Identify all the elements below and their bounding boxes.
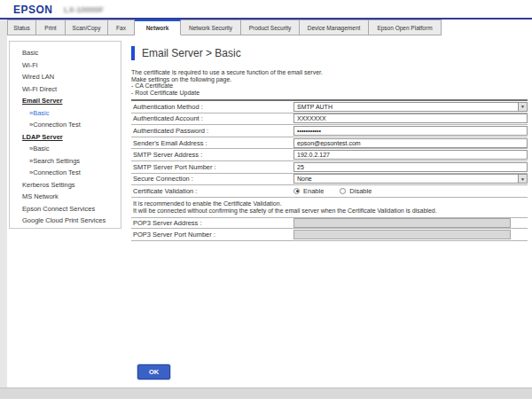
tab-device-management[interactable]: Device Management	[300, 20, 369, 35]
page-title-row: Email Server > Basic	[131, 46, 528, 60]
authenticated-account-input[interactable]	[293, 113, 528, 123]
form-row: Secure Connection : None ▼	[131, 174, 528, 186]
field-label: POP3 Server Port Number :	[131, 231, 293, 239]
certificate-validation-note: It is recommended to enable the Certific…	[131, 198, 528, 217]
pop3-form: POP3 Server Address : POP3 Server Port N…	[131, 217, 528, 241]
form-row: Authentication Method : SMTP AUTH ▼	[131, 101, 528, 113]
sidebar-item-epson-connect-services[interactable]: Epson Connect Services	[10, 203, 121, 215]
secure-connection-select[interactable]: None ▼	[293, 174, 528, 184]
note-line: It is recommended to enable the Certific…	[133, 200, 528, 207]
sidebar-group-email-server[interactable]: Email Server	[10, 95, 121, 107]
enable-radio-label: Enable	[303, 187, 324, 195]
sidebar-nav: Basic Wi-Fi Wired LAN Wi-Fi Direct Email…	[9, 41, 121, 229]
description-line: - Root Certificate Update	[131, 90, 528, 97]
field-label: Secure Connection :	[131, 175, 293, 183]
title-accent-bar	[131, 46, 135, 60]
pop3-server-address-input	[293, 218, 511, 228]
field-label: Authentication Method :	[131, 103, 293, 111]
smtp-server-address-input[interactable]	[293, 150, 528, 160]
field-label: POP3 Server Address :	[131, 219, 293, 227]
authenticated-password-input[interactable]	[293, 126, 528, 136]
description-line: The certificate is required to use a sec…	[131, 69, 528, 76]
header: EPSON LX-10000F	[0, 0, 532, 18]
sidebar-item-wired-lan[interactable]: Wired LAN	[10, 71, 121, 83]
top-tab-bar: Status Print Scan/Copy Fax Network Netwo…	[7, 20, 442, 35]
sidebar-item-kerberos-settings[interactable]: Kerberos Settings	[10, 179, 121, 192]
sidebar-item-ldap-search-settings[interactable]: »Search Settings	[10, 155, 121, 168]
form-row: SMTP Server Port Number :	[131, 161, 528, 174]
form-row: POP3 Server Address :	[131, 217, 528, 230]
field-label: SMTP Server Port Number :	[131, 163, 293, 171]
description-line: Make settings on the following page.	[131, 76, 528, 83]
sidebar-item-ldap-basic[interactable]: »Basic	[10, 143, 121, 155]
sidebar-item-ldap-connection-test[interactable]: »Connection Test	[10, 167, 121, 179]
tab-epson-open-platform[interactable]: Epson Open Platform	[369, 20, 442, 35]
authentication-method-select[interactable]: SMTP AUTH ▼	[293, 102, 528, 112]
field-label: Authenticated Password :	[131, 127, 293, 135]
tab-status[interactable]: Status	[7, 20, 36, 35]
left-gutter	[0, 20, 7, 387]
sidebar-item-email-server-connection-test[interactable]: »Connection Test	[10, 119, 121, 131]
disable-radio[interactable]	[340, 188, 346, 194]
footer-bar	[0, 387, 532, 399]
tab-network-security[interactable]: Network Security	[181, 20, 241, 35]
sidebar-item-google-cloud-print-services[interactable]: Google Cloud Print Services	[10, 215, 121, 227]
senders-email-address-input[interactable]	[293, 138, 528, 148]
tab-fax[interactable]: Fax	[108, 20, 135, 35]
form-row: POP3 Server Port Number :	[131, 229, 528, 241]
smtp-server-port-input[interactable]	[293, 162, 528, 172]
sidebar-item-wifi-direct[interactable]: Wi-Fi Direct	[10, 83, 121, 96]
description-line: - CA Certificate	[131, 82, 528, 90]
email-server-form: Authentication Method : SMTP AUTH ▼ Auth…	[131, 99, 528, 198]
note-line: It will be connected without confirming …	[133, 207, 528, 215]
form-row: Certificate Validation : Enable Disable	[131, 185, 528, 198]
main-content: Email Server > Basic The certificate is …	[131, 41, 528, 241]
page-title: Email Server > Basic	[142, 47, 241, 59]
form-row: Sender's Email Address :	[131, 137, 528, 150]
selected-value: None	[294, 176, 312, 182]
form-row: Authenticated Password :	[131, 125, 528, 137]
disable-radio-label: Disable	[349, 187, 372, 195]
printer-model-label: LX-10000F	[64, 5, 104, 14]
description: The certificate is required to use a sec…	[131, 69, 528, 96]
sidebar-item-basic[interactable]: Basic	[10, 47, 121, 59]
field-label: Authenticated Account :	[131, 114, 293, 122]
field-label: Certificate Validation :	[131, 187, 293, 195]
epson-logo: EPSON	[13, 4, 53, 16]
field-label: Sender's Email Address :	[131, 139, 293, 147]
sidebar-group-ldap-server[interactable]: LDAP Server	[10, 131, 121, 144]
enable-radio[interactable]	[293, 188, 300, 194]
field-label: SMTP Server Address :	[131, 151, 293, 159]
ok-button[interactable]: OK	[137, 364, 170, 379]
sidebar-item-wifi[interactable]: Wi-Fi	[10, 59, 121, 72]
selected-value: SMTP AUTH	[294, 104, 332, 110]
sidebar-item-ms-network[interactable]: MS Network	[10, 191, 121, 203]
pop3-server-port-input	[293, 230, 511, 239]
dropdown-arrow-icon: ▼	[518, 103, 527, 111]
tab-print[interactable]: Print	[36, 20, 66, 35]
form-row: SMTP Server Address :	[131, 149, 528, 161]
certificate-validation-radio-group: Enable Disable	[293, 187, 384, 195]
epson-web-config-page: EPSON LX-10000F Status Print Scan/Copy F…	[0, 0, 532, 399]
tab-scan-copy[interactable]: Scan/Copy	[66, 20, 108, 35]
tab-product-security[interactable]: Product Security	[241, 20, 300, 35]
form-row: Authenticated Account :	[131, 113, 528, 126]
sidebar-item-email-server-basic[interactable]: »Basic	[10, 107, 121, 120]
tab-network[interactable]: Network	[135, 20, 181, 35]
dropdown-arrow-icon: ▼	[518, 175, 527, 183]
